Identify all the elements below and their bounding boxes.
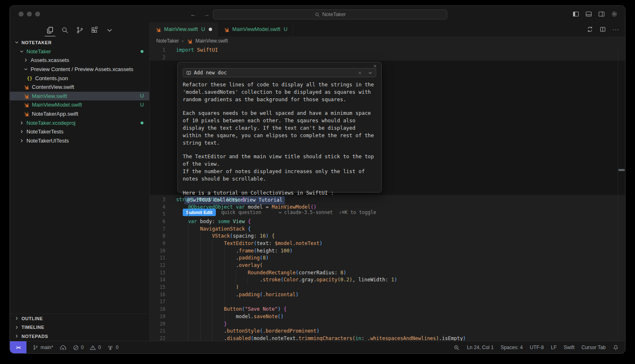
settings-gear-icon[interactable] (611, 10, 618, 18)
indent-guide (200, 320, 212, 328)
close-window-icon[interactable] (19, 12, 24, 17)
code-text: .padding(.horizontal) (176, 291, 298, 298)
popup-close-icon[interactable] (372, 64, 377, 69)
line-number: 6 (150, 219, 165, 224)
token: ( (296, 270, 298, 276)
toggle-primary-sidebar-icon[interactable] (572, 10, 580, 18)
token: : (334, 270, 340, 276)
indent-guide (200, 247, 212, 255)
token: ( (254, 240, 257, 246)
code-line: 2 (150, 54, 625, 61)
tree-item-assets-xcassets[interactable]: Assets.xcassets (10, 56, 149, 65)
tower-icon (107, 344, 114, 351)
token: model (248, 204, 265, 210)
tab-mainview-swift[interactable]: MainView.swiftU (150, 22, 218, 36)
branch-icon (33, 345, 38, 350)
indent-guide (188, 255, 200, 262)
breadcrumb-folder[interactable]: NoteTaker (156, 38, 179, 44)
command-center[interactable]: NoteTaker (213, 10, 447, 19)
scrollbar-thumb[interactable] (618, 169, 625, 171)
zoom-window-icon[interactable] (35, 12, 40, 17)
tree-item-notetakertests[interactable]: NoteTakerTests (10, 127, 149, 136)
toggle-secondary-sidebar-icon[interactable] (598, 10, 605, 18)
token: ) (266, 255, 269, 261)
explorer-icon[interactable] (45, 24, 55, 36)
code-line: 14.stroke(Color.gray.opacity(0.2), lineW… (150, 276, 625, 284)
line-number: 10 (150, 248, 165, 254)
tree-item-preview-content-preview-assets-xcassets[interactable]: Preview Content / Preview Assets.xcasset… (10, 65, 149, 74)
token: ( (310, 204, 313, 210)
status-label: Spaces: 4 (501, 345, 523, 350)
more-actions-icon[interactable]: ··· (612, 27, 619, 31)
explorer-root-folder[interactable]: NOTETAKER (10, 38, 149, 47)
tree-item-notetaker-xcodeproj[interactable]: NoteTaker.xcodeproj (10, 118, 149, 127)
tree-item-contents-json[interactable]: {}Contents.json (10, 74, 149, 83)
code-line: 1import SwiftUI (150, 46, 625, 54)
indent-guide (200, 305, 212, 313)
open-changes-icon[interactable] (587, 26, 593, 33)
section-notepads[interactable]: NOTEPADS (10, 332, 149, 341)
indentation[interactable]: Spaces: 4 (501, 345, 523, 350)
code-line: 22.disabled(model.noteText.trimmingChara… (150, 335, 625, 341)
encoding[interactable]: UTF-8 (530, 345, 544, 350)
toggle-panel-icon[interactable] (585, 10, 592, 18)
token: .borderedProminent (263, 328, 317, 334)
section-outline[interactable]: OUTLINE (10, 314, 149, 323)
tree-item-mainview-swift[interactable]: MainView.swiftU (10, 92, 149, 101)
token: height (257, 248, 275, 254)
tree-item-label: Preview Content / Preview Assets.xcasset… (31, 66, 134, 72)
section-timeline[interactable]: TIMELINE (10, 323, 149, 332)
zoom-plus-icon (454, 345, 460, 351)
split-editor-icon[interactable] (599, 26, 606, 33)
tree-item-mainviewmodel-swift[interactable]: MainViewModel.swiftU (10, 100, 149, 109)
sidebar-bottom-sections: OUTLINETIMELINENOTEPADS (10, 314, 149, 341)
context-pill[interactable]: Add new doc (183, 68, 376, 77)
zoom-indicator[interactable] (454, 345, 460, 351)
remote-indicator[interactable]: >< (10, 341, 26, 353)
editor-actions: ··· (587, 22, 619, 36)
extensions-icon[interactable] (90, 24, 99, 36)
search-icon[interactable] (60, 24, 69, 36)
language-mode[interactable]: Swift (564, 345, 575, 350)
git-branch[interactable]: main* (33, 345, 53, 350)
code-text: Button("Save Note") { (176, 305, 286, 313)
indent-guide (200, 255, 212, 262)
cursor-position[interactable]: Ln 24, Col 1 (467, 345, 494, 350)
tree-item-notetakerapp-swift[interactable]: NoteTakerApp.swift (10, 109, 149, 119)
warning-count[interactable]: 0 (90, 345, 101, 351)
notifications[interactable] (613, 345, 619, 351)
indent-guide (188, 232, 200, 240)
eol[interactable]: LF (551, 345, 556, 350)
error-count[interactable]: 0 (73, 345, 84, 351)
back-icon[interactable]: ← (190, 11, 196, 18)
source-control-icon[interactable] (75, 24, 84, 36)
tree-item-notetaker[interactable]: NoteTaker (10, 47, 149, 56)
ports[interactable]: 0 (107, 344, 119, 351)
breadcrumb-file[interactable]: MainView.swift (196, 38, 228, 44)
modified-dot-icon[interactable] (209, 28, 212, 31)
pill-remove-icon[interactable] (358, 71, 362, 75)
more-views-icon[interactable] (105, 24, 114, 36)
chevron-right-icon (19, 129, 24, 134)
minimize-window-icon[interactable] (27, 12, 32, 17)
tab-mainviewmodel-swift[interactable]: MainViewModel.swiftU (218, 22, 294, 36)
layout-controls (572, 10, 618, 18)
titlebar: ← → NoteTaker (10, 6, 625, 22)
pill-expand-icon[interactable] (368, 70, 373, 76)
indent-guide (176, 240, 188, 247)
indent-guide (176, 283, 188, 291)
tree-item-notetakeruitests[interactable]: NoteTakerUITests (10, 136, 149, 145)
tree-item-contentview-swift[interactable]: ContentView.swift (10, 83, 149, 92)
publish-changes[interactable] (60, 344, 67, 351)
token: MainView (197, 197, 221, 202)
code-line: 8VStack(spacing: 16) { (150, 232, 625, 240)
token: ( (230, 233, 233, 239)
cursor-tab[interactable]: Cursor Tab (582, 345, 606, 350)
code-line: 4@ObservedObject var model = MainViewMod… (150, 203, 625, 211)
token: } (224, 321, 227, 327)
token: ( (337, 277, 340, 283)
code-line: 16.padding(.horizontal) (150, 291, 625, 298)
forward-icon[interactable]: → (203, 11, 210, 18)
token: { (248, 226, 251, 232)
scrollbar-track (618, 45, 618, 341)
